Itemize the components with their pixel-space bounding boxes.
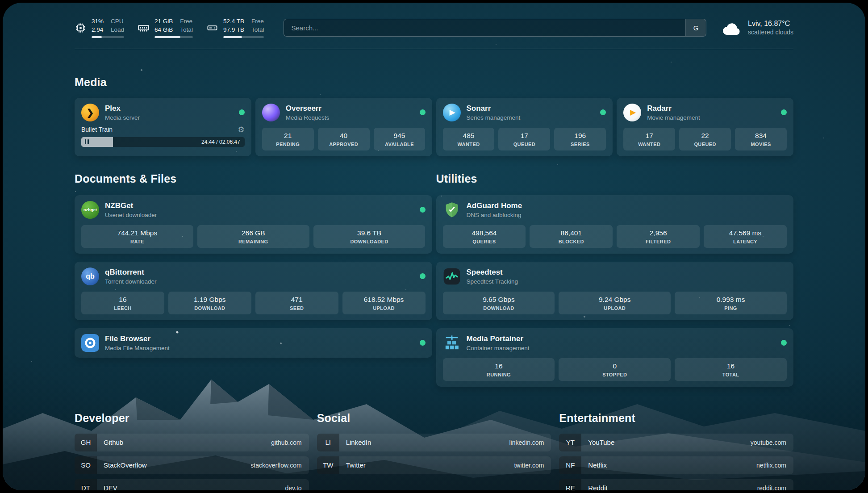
stat-latency: 47.569 ms LATENCY (704, 225, 787, 248)
bookmark-sections: Developer GH Github github.com SO StackO… (75, 412, 793, 490)
service-card-overseerr[interactable]: Overseerr Media Requests 21 PENDING 40 A… (255, 98, 432, 156)
stat-total: 16 TOTAL (675, 358, 787, 381)
service-card-nzbget[interactable]: nzbget NZBGet Usenet downloader 744.21 M… (75, 195, 432, 254)
bookmark-url: dev.to (285, 479, 309, 490)
documents-card-stack: nzbget NZBGet Usenet downloader 744.21 M… (75, 195, 432, 358)
stat-queued: 22 QUEUED (679, 128, 731, 150)
overseerr-card-header[interactable]: Overseerr Media Requests (262, 104, 426, 121)
bookmark-linkedin[interactable]: LI LinkedIn linkedin.com (317, 434, 551, 451)
qbittorrent-card-header[interactable]: qb qBittorrent Torrent downloader (81, 267, 426, 285)
sonarr-status-dot (600, 109, 606, 115)
nzbget-stats: 744.21 Mbps RATE 266 GB REMAINING 39.6 T… (81, 225, 426, 248)
service-card-sonarr[interactable]: ▶ Sonarr Series management 485 WANTED (436, 98, 613, 156)
qbittorrent-meta: qBittorrent Torrent downloader (105, 268, 157, 285)
portainer-stats: 16 RUNNING 0 STOPPED 16 TOTAL (443, 358, 787, 381)
portainer-icon (443, 334, 461, 352)
bookmark-github[interactable]: GH Github github.com (75, 434, 309, 451)
stat-wanted: 17 WANTED (623, 128, 675, 150)
bookmark-url: linkedin.com (509, 434, 551, 451)
now-playing-title: Bullet Train (81, 126, 113, 133)
stat-running: 16 RUNNING (443, 358, 555, 381)
cpu-widget: 31% 2.94 CPU Load (75, 18, 124, 38)
service-card-radarr[interactable]: ▶ Radarr Movie management 17 WANTED (617, 98, 793, 156)
topbar: 31% 2.94 CPU Load (75, 18, 793, 38)
plex-subtitle: Media server (105, 114, 140, 121)
resource-widgets: 31% 2.94 CPU Load (75, 18, 264, 38)
stat-rate: 744.21 Mbps RATE (81, 225, 193, 248)
filebrowser-card-header[interactable]: File Browser Media File Management (81, 334, 426, 352)
filebrowser-subtitle: Media File Management (105, 345, 170, 351)
cpu-percent: 31% (92, 18, 104, 25)
gear-icon[interactable]: ⚙ (238, 126, 245, 134)
disk-label-2: Total (251, 26, 264, 34)
filebrowser-status-dot (420, 340, 426, 346)
bookmark-name: Reddit (581, 479, 607, 490)
developer-section-title: Developer (75, 412, 309, 425)
search-input[interactable] (284, 19, 685, 36)
cpu-progress-fill (92, 36, 102, 38)
stat-queries: 498,564 QUERIES (443, 225, 526, 248)
sonarr-icon: ▶ (443, 104, 461, 121)
memory-label-2: Total (180, 26, 193, 34)
overseerr-stats: 21 PENDING 40 APPROVED 945 AVAILABLE (262, 128, 426, 150)
bookmark-abbr: GH (75, 434, 97, 451)
nzbget-status-dot (420, 207, 426, 213)
bookmark-dev[interactable]: DT DEV dev.to (75, 479, 309, 490)
bookmark-netflix[interactable]: NF Netflix netflix.com (559, 456, 793, 474)
sonarr-card-header[interactable]: ▶ Sonarr Series management (443, 104, 606, 121)
radarr-stats: 17 WANTED 22 QUEUED 834 MOVIES (623, 128, 787, 150)
portainer-card-header[interactable]: Media Portainer Container management (443, 334, 787, 352)
qbittorrent-status-dot (420, 273, 426, 279)
media-card-grid: ❯ Plex Media server Bullet Train ⚙ (75, 98, 793, 156)
bookmark-stackoverflow[interactable]: SO StackOverflow stackoverflow.com (75, 456, 309, 474)
disk-icon (206, 22, 218, 34)
now-playing-time: 24:44 / 02:06:47 (201, 139, 240, 145)
disk-widget: 52.4 TB 97.9 TB Free Total (206, 18, 264, 38)
plex-card-header[interactable]: ❯ Plex Media server (81, 104, 245, 121)
radarr-icon: ▶ (623, 104, 641, 121)
memory-progressbar (154, 36, 193, 38)
entertainment-section-title: Entertainment (559, 412, 793, 425)
sonarr-subtitle: Series management (467, 114, 521, 121)
bookmark-url: netflix.com (756, 456, 793, 474)
filebrowser-icon (81, 334, 99, 352)
cpu-progressbar (92, 36, 124, 38)
pause-icon[interactable] (85, 139, 89, 144)
search-provider-button[interactable]: G (685, 19, 706, 36)
disk-progress-fill (223, 36, 242, 38)
service-card-portainer[interactable]: Media Portainer Container management 16 … (436, 328, 794, 387)
stat-leech: 16 LEECH (81, 292, 164, 314)
utilities-section-title: Utilities (436, 172, 794, 185)
overseerr-title: Overseerr (286, 104, 330, 113)
service-card-filebrowser[interactable]: File Browser Media File Management (75, 328, 432, 358)
portainer-meta: Media Portainer Container management (467, 334, 530, 351)
bookmark-name: StackOverflow (97, 456, 147, 474)
service-card-plex[interactable]: ❯ Plex Media server Bullet Train ⚙ (75, 98, 251, 156)
utilities-card-stack: AdGuard Home DNS and adblocking 498,564 … (436, 195, 794, 387)
section-social: Social LI LinkedIn linkedin.com TW Twitt… (317, 412, 551, 490)
nzbget-subtitle: Usenet downloader (105, 212, 157, 218)
stat-download: 1.19 Gbps DOWNLOAD (168, 292, 251, 314)
nzbget-card-header[interactable]: nzbget NZBGet Usenet downloader (81, 201, 426, 219)
nzbget-meta: NZBGet Usenet downloader (105, 201, 157, 218)
stat-movies: 834 MOVIES (735, 128, 787, 150)
stat-available: 945 AVAILABLE (374, 128, 426, 150)
speedtest-card-header[interactable]: Speedtest Speedtest Tracking (443, 267, 787, 285)
bookmark-url: stackoverflow.com (250, 456, 309, 474)
radarr-meta: Radarr Movie management (647, 104, 700, 121)
portainer-title: Media Portainer (467, 334, 530, 343)
service-card-speedtest[interactable]: Speedtest Speedtest Tracking 9.65 Gbps D… (436, 262, 794, 320)
section-media: Media ❯ Plex Media server (75, 76, 793, 156)
snow-specks (3, 3, 4, 4)
bookmark-reddit[interactable]: RE Reddit reddit.com (559, 479, 793, 490)
bookmark-youtube[interactable]: YT YouTube youtube.com (559, 434, 793, 451)
service-card-adguard[interactable]: AdGuard Home DNS and adblocking 498,564 … (436, 195, 794, 254)
bookmark-twitter[interactable]: TW Twitter twitter.com (317, 456, 551, 474)
social-section-title: Social (317, 412, 551, 425)
weather-text: Lviv, 16.87°C scattered clouds (748, 20, 793, 36)
service-card-qbittorrent[interactable]: qb qBittorrent Torrent downloader 16 (75, 262, 432, 320)
adguard-stats: 498,564 QUERIES 86,401 BLOCKED 2,956 FIL… (443, 225, 787, 248)
adguard-card-header[interactable]: AdGuard Home DNS and adblocking (443, 201, 787, 219)
radarr-card-header[interactable]: ▶ Radarr Movie management (623, 104, 787, 121)
now-playing-progressbar[interactable]: 24:44 / 02:06:47 (81, 137, 245, 147)
